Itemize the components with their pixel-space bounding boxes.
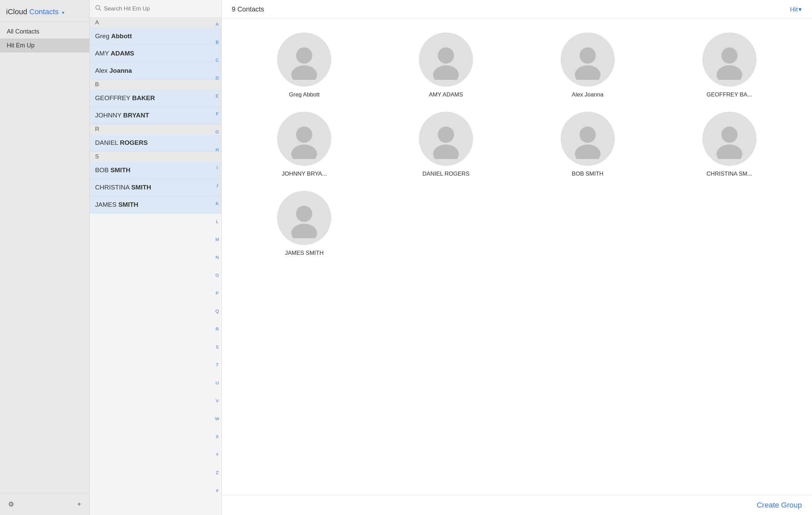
alpha-z[interactable]: Z xyxy=(215,470,220,475)
alpha-v[interactable]: V xyxy=(215,398,220,404)
contact-card[interactable]: Alex Joanna xyxy=(522,32,654,98)
svg-point-13 xyxy=(433,144,459,159)
contact-card[interactable]: JOHNNY BRYA... xyxy=(239,112,370,177)
app-container: iCloud Contacts ▾ All Contacts Hit Em Up… xyxy=(0,0,812,515)
list-item[interactable]: Greg Abbott xyxy=(90,28,221,45)
sort-button[interactable]: Hit ▾ xyxy=(790,5,802,13)
sidebar-header: iCloud Contacts ▾ xyxy=(0,0,89,22)
svg-point-16 xyxy=(721,127,738,143)
contact-name: JAMES SMITH xyxy=(285,250,323,256)
create-group-label: Create Group xyxy=(757,501,802,509)
svg-point-4 xyxy=(438,47,454,64)
alpha-c[interactable]: C xyxy=(214,58,220,63)
alpha-index: A B C D E F G H I J K L M N O P Q R S T … xyxy=(214,20,221,495)
svg-point-12 xyxy=(438,127,454,143)
create-group-button[interactable]: Create Group xyxy=(757,501,802,510)
svg-point-7 xyxy=(575,65,601,80)
svg-point-8 xyxy=(721,47,738,64)
avatar xyxy=(277,32,331,87)
alpha-g[interactable]: G xyxy=(214,129,220,135)
main-footer: Create Group xyxy=(222,495,812,515)
contact-card[interactable]: AMY ADAMS xyxy=(380,32,512,98)
alpha-x[interactable]: X xyxy=(215,434,220,440)
alpha-r[interactable]: R xyxy=(214,327,220,332)
svg-point-15 xyxy=(575,144,601,159)
list-item[interactable]: DANIEL ROGERS xyxy=(90,134,221,152)
contacts-label: Contacts xyxy=(29,7,59,16)
contact-card[interactable]: JAMES SMITH xyxy=(239,191,370,256)
alpha-b[interactable]: B xyxy=(215,40,220,45)
alpha-w[interactable]: W xyxy=(214,416,221,422)
alpha-h[interactable]: H xyxy=(214,147,220,153)
contacts-count: 9 Contacts xyxy=(232,5,264,13)
section-header-r: R xyxy=(90,124,221,134)
section-header-s: S xyxy=(90,152,221,162)
contact-name: DANIEL ROGERS xyxy=(423,171,470,177)
sidebar-item-all-contacts[interactable]: All Contacts xyxy=(0,25,89,39)
search-bar xyxy=(90,0,221,18)
alpha-l[interactable]: L xyxy=(215,219,220,224)
alpha-y[interactable]: Y xyxy=(215,452,220,457)
contact-name: Greg Abbott xyxy=(289,91,320,98)
list-item[interactable]: CHRISTINA SMITH xyxy=(90,179,221,196)
contact-name: AMY ADAMS xyxy=(429,91,463,98)
alpha-s[interactable]: S xyxy=(215,344,220,350)
alpha-n[interactable]: N xyxy=(214,255,220,260)
svg-point-0 xyxy=(96,5,100,9)
alpha-t[interactable]: T xyxy=(215,362,220,368)
settings-button[interactable]: ⚙ xyxy=(7,499,16,510)
contact-card[interactable]: CHRISTINA SM... xyxy=(663,112,795,177)
svg-point-14 xyxy=(580,127,596,143)
chevron-icon[interactable]: ▾ xyxy=(62,10,64,15)
alpha-u[interactable]: U xyxy=(214,380,220,386)
alpha-m[interactable]: M xyxy=(214,237,220,242)
contact-card[interactable]: DANIEL ROGERS xyxy=(380,112,512,177)
contact-name: Alex Joanna xyxy=(572,91,604,98)
alpha-o[interactable]: O xyxy=(214,273,220,278)
sort-chevron-icon: ▾ xyxy=(798,5,802,13)
list-item[interactable]: BOB SMITH xyxy=(90,162,221,179)
list-item[interactable]: AMY ADAMS xyxy=(90,45,221,62)
svg-point-10 xyxy=(296,127,312,143)
main-header: 9 Contacts Hit ▾ xyxy=(222,0,812,19)
svg-point-11 xyxy=(291,144,317,159)
search-icon xyxy=(95,5,101,13)
contact-card[interactable]: GEOFFREY BA... xyxy=(663,32,795,98)
sidebar-item-hit-em-up[interactable]: Hit Em Up xyxy=(0,39,89,52)
avatar xyxy=(561,112,615,166)
alpha-i[interactable]: I xyxy=(215,165,219,171)
list-item[interactable]: Alex Joanna xyxy=(90,62,221,80)
svg-point-19 xyxy=(291,224,317,238)
sidebar-footer: ⚙ + xyxy=(0,493,89,515)
alpha-d[interactable]: D xyxy=(214,75,220,81)
list-item[interactable]: GEOFFREY BAKER xyxy=(90,90,221,107)
app-title: iCloud Contacts ▾ xyxy=(6,7,64,16)
alpha-e[interactable]: E xyxy=(215,93,220,99)
alpha-k[interactable]: K xyxy=(215,201,220,206)
contact-list-panel: A Greg Abbott AMY ADAMS Alex Joanna B GE… xyxy=(90,0,222,515)
alpha-q[interactable]: Q xyxy=(214,309,220,314)
contact-card[interactable]: Greg Abbott xyxy=(239,32,370,98)
alpha-hash[interactable]: # xyxy=(215,488,220,493)
svg-point-6 xyxy=(580,47,596,64)
avatar xyxy=(561,32,615,87)
svg-point-18 xyxy=(296,206,312,222)
avatar xyxy=(419,32,473,87)
contact-card[interactable]: BOB SMITH xyxy=(522,112,654,177)
avatar xyxy=(277,112,331,166)
sort-label: Hit xyxy=(790,6,798,13)
contact-name: JOHNNY BRYA... xyxy=(282,171,327,177)
alpha-p[interactable]: P xyxy=(215,291,220,296)
svg-point-5 xyxy=(433,65,459,80)
list-item[interactable]: JOHNNY BRYANT xyxy=(90,107,221,124)
search-input[interactable] xyxy=(104,5,216,12)
alpha-a[interactable]: A xyxy=(215,22,220,27)
section-header-b: B xyxy=(90,80,221,90)
contact-name: GEOFFREY BA... xyxy=(706,91,752,98)
alpha-j[interactable]: J xyxy=(215,183,220,188)
add-group-button[interactable]: + xyxy=(76,499,83,510)
alpha-f[interactable]: F xyxy=(215,111,220,117)
list-item[interactable]: JAMES SMITH xyxy=(90,196,221,214)
contacts-scroll: A Greg Abbott AMY ADAMS Alex Joanna B GE… xyxy=(90,18,221,515)
gear-icon: ⚙ xyxy=(8,500,14,508)
